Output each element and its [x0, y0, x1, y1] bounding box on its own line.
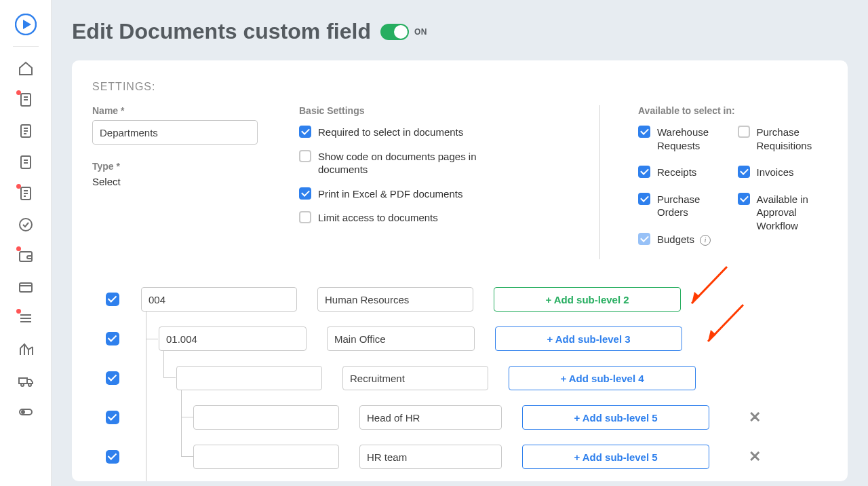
po-checkbox[interactable]: [638, 193, 650, 205]
value-input[interactable]: [359, 405, 502, 430]
truck-icon[interactable]: [18, 373, 34, 389]
home-icon[interactable]: [18, 60, 34, 77]
table-row: + Add sub-level 5 ✕: [92, 398, 827, 437]
table-row: + Add sub-level 5 ✕: [92, 437, 827, 476]
svg-rect-7: [20, 283, 32, 292]
print-label: Print in Excel & PDF documents: [318, 187, 462, 201]
name-label: Name *: [92, 105, 299, 116]
hierarchy-tree: + Add sub-level 2 + Add sub-level 3 + Ad: [92, 280, 827, 481]
row-checkbox[interactable]: [106, 293, 119, 306]
table-row: + Add sub-level 2: [92, 280, 827, 319]
svg-rect-8: [19, 378, 27, 384]
invoices-label: Invoices: [757, 166, 794, 179]
app-logo[interactable]: [15, 14, 37, 35]
receipt-icon[interactable]: [18, 185, 34, 202]
invoices-checkbox[interactable]: [738, 166, 750, 178]
table-row: + Add sub-level 3: [92, 319, 827, 358]
document-list-icon[interactable]: [18, 92, 34, 108]
required-checkbox[interactable]: [299, 126, 311, 138]
row-checkbox[interactable]: [106, 450, 119, 464]
pr-checkbox[interactable]: [738, 126, 750, 138]
settings-name-type-column: Name * Type * Select: [92, 105, 299, 259]
row-checkbox[interactable]: [106, 332, 119, 345]
add-sublevel-button[interactable]: + Add sub-level 3: [495, 326, 682, 351]
warehouse-checkbox[interactable]: [638, 126, 650, 138]
title-row: Edit Documents custom field ON: [72, 19, 848, 44]
section-title: SETTINGS:: [92, 81, 827, 93]
settings-top-row: Name * Type * Select Basic Settings Requ…: [92, 105, 827, 259]
add-sublevel-button[interactable]: + Add sub-level 4: [509, 366, 696, 390]
approval-icon[interactable]: [18, 217, 34, 233]
available-column: Available to select in: Warehouse Reques…: [599, 105, 827, 259]
info-icon[interactable]: i: [700, 235, 711, 246]
page-title: Edit Documents custom field: [72, 19, 371, 44]
list-icon[interactable]: [18, 310, 34, 326]
required-label: Required to select in documents: [318, 126, 463, 139]
table-row: + Add sub-level 4: [92, 358, 827, 398]
limit-label: Limit access to documents: [318, 211, 438, 225]
show-code-label: Show code on documents pages in document…: [318, 150, 481, 176]
print-checkbox[interactable]: [299, 187, 311, 200]
svg-point-10: [28, 384, 31, 386]
card-icon[interactable]: [18, 279, 34, 295]
svg-point-12: [22, 411, 24, 413]
svg-point-9: [21, 384, 24, 386]
available-title: Available to select in:: [638, 105, 827, 116]
document-alt-icon[interactable]: [18, 154, 34, 170]
toggle-icon[interactable]: [18, 404, 34, 420]
toggle-label: ON: [414, 27, 427, 37]
code-input[interactable]: [176, 366, 322, 390]
add-sublevel-button[interactable]: + Add sub-level 2: [494, 287, 681, 312]
sidebar-divider: [13, 46, 39, 47]
basic-settings-column: Basic Settings Required to select in doc…: [299, 105, 599, 259]
name-input[interactable]: [92, 120, 258, 145]
pr-label: Purchase Requisitions: [757, 126, 828, 152]
document-icon[interactable]: [18, 123, 34, 139]
value-input[interactable]: [327, 326, 475, 351]
row-checkbox[interactable]: [106, 371, 119, 385]
workflow-checkbox[interactable]: [738, 193, 750, 205]
delete-row-icon[interactable]: ✕: [749, 409, 761, 426]
code-input[interactable]: [159, 326, 307, 351]
code-input[interactable]: [193, 445, 339, 469]
add-sublevel-button[interactable]: + Add sub-level 5: [522, 445, 709, 469]
receipts-checkbox[interactable]: [638, 166, 650, 178]
settings-card: SETTINGS: Name * Type * Select Basic Set…: [72, 60, 848, 481]
code-input[interactable]: [193, 405, 339, 430]
wallet-icon[interactable]: [18, 248, 34, 264]
value-input[interactable]: [342, 366, 488, 390]
workflow-label: Available in Approval Workflow: [757, 193, 828, 233]
value-input[interactable]: [359, 445, 502, 469]
po-label: Purchase Orders: [657, 193, 728, 219]
type-value: Select: [92, 176, 299, 187]
basic-settings-title: Basic Settings: [299, 105, 571, 116]
limit-checkbox[interactable]: [299, 211, 311, 223]
row-checkbox[interactable]: [106, 411, 119, 424]
show-code-checkbox[interactable]: [299, 150, 311, 162]
value-input[interactable]: [317, 287, 473, 312]
sidebar: [0, 0, 52, 486]
svg-point-5: [20, 219, 32, 231]
table-row: + Add sub-level 3 ✕: [92, 476, 827, 481]
analytics-icon[interactable]: [18, 341, 34, 358]
code-input[interactable]: [141, 287, 297, 312]
receipts-label: Receipts: [657, 166, 696, 179]
delete-row-icon[interactable]: ✕: [749, 448, 761, 466]
field-enabled-toggle[interactable]: [380, 24, 409, 40]
budgets-checkbox[interactable]: [638, 233, 650, 245]
add-sublevel-button[interactable]: + Add sub-level 5: [522, 405, 709, 430]
warehouse-label: Warehouse Requests: [657, 126, 728, 152]
type-label: Type *: [92, 161, 299, 172]
main-content: Edit Documents custom field ON SETTINGS:…: [52, 0, 868, 486]
budgets-label: Budgetsi: [657, 233, 711, 246]
